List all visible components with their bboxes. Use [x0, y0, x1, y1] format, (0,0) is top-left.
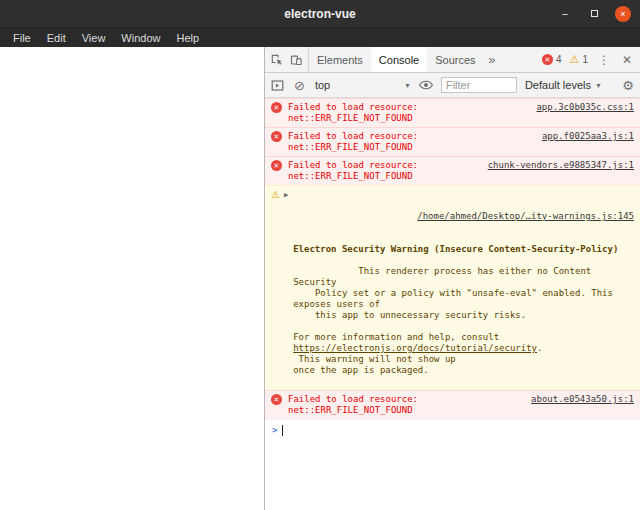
error-icon: ✕ — [271, 102, 282, 113]
warning-count-badge[interactable]: ⚠ 1 — [570, 54, 588, 65]
menu-edit[interactable]: Edit — [39, 32, 74, 44]
app-page-blank — [0, 47, 265, 510]
error-icon: ✕ — [271, 160, 282, 171]
maximize-button[interactable] — [586, 6, 602, 22]
console-log-area: ✕ Failed to load resource: net::ERR_FILE… — [265, 98, 640, 510]
devtools-close-button[interactable]: ✕ — [620, 53, 634, 67]
clear-console-icon[interactable]: ⊘ — [292, 78, 307, 93]
source-link[interactable]: about.e0543a50.js:1 — [531, 394, 634, 405]
more-tabs-button[interactable]: » — [484, 47, 501, 72]
devtools-tabbar: Elements Console Sources » ✕ 4 ⚠ 1 ⋮ ✕ — [265, 47, 640, 73]
error-count: 4 — [556, 54, 562, 65]
warning-body: This renderer process has either no Cont… — [293, 266, 618, 342]
log-levels-select[interactable]: Default levels ▼ — [525, 79, 602, 91]
console-error-row: ✕ Failed to load resource: net::ERR_FILE… — [265, 156, 640, 185]
error-message-text: Failed to load resource: net::ERR_FILE_N… — [288, 131, 534, 153]
devtools-menu-button[interactable]: ⋮ — [596, 53, 612, 67]
devtools-status-badges: ✕ 4 ⚠ 1 ⋮ ✕ — [542, 47, 640, 72]
source-link[interactable]: app.3c0b035c.css:1 — [536, 102, 634, 113]
filter-input[interactable] — [441, 77, 517, 93]
expand-arrow-icon[interactable]: ▶ — [284, 190, 288, 201]
window-content: Elements Console Sources » ✕ 4 ⚠ 1 ⋮ ✕ — [0, 47, 640, 510]
inspect-element-icon[interactable] — [271, 54, 283, 66]
source-link[interactable]: app.f0025aa3.js:1 — [542, 131, 634, 142]
chevron-down-icon: ▼ — [595, 82, 602, 89]
warning-message: /home/ahmed/Desktop/…ity-warnings.js:145… — [293, 189, 634, 387]
window-controls: − × — [557, 6, 640, 22]
security-doc-link[interactable]: https://electronjs.org/docs/tutorial/sec… — [293, 343, 537, 353]
error-icon: ✕ — [271, 394, 282, 405]
tab-console[interactable]: Console — [371, 47, 427, 72]
console-error-row: ✕ Failed to load resource: net::ERR_FILE… — [265, 390, 640, 419]
menubar: File Edit View Window Help — [0, 28, 640, 47]
chevron-down-icon: ▼ — [404, 82, 411, 89]
context-value: top — [315, 79, 330, 91]
console-settings-gear-icon[interactable]: ⚙ — [622, 78, 634, 93]
error-message-text: Failed to load resource: net::ERR_FILE_N… — [288, 394, 523, 416]
prompt-chevron-icon: > — [272, 425, 277, 436]
error-message-text: Failed to load resource: net::ERR_FILE_N… — [288, 160, 480, 182]
console-error-row: ✕ Failed to load resource: net::ERR_FILE… — [265, 127, 640, 156]
error-icon: ✕ — [271, 131, 282, 142]
javascript-context-select[interactable]: top ▼ — [315, 79, 411, 91]
minimize-button[interactable]: − — [557, 6, 573, 22]
console-warning-row: ⚠ ▶ /home/ahmed/Desktop/…ity-warnings.js… — [265, 185, 640, 390]
console-input[interactable]: > — [265, 419, 640, 441]
error-icon: ✕ — [542, 54, 553, 65]
close-button[interactable]: × — [615, 6, 631, 22]
eye-icon[interactable] — [419, 80, 433, 90]
console-sidebar-icon[interactable] — [271, 79, 284, 92]
error-count-badge[interactable]: ✕ 4 — [542, 54, 562, 65]
warning-count: 1 — [582, 54, 588, 65]
error-message-text: Failed to load resource: net::ERR_FILE_N… — [288, 102, 528, 124]
log-levels-value: Default levels — [525, 79, 591, 91]
menu-window[interactable]: Window — [113, 32, 168, 44]
maximize-icon — [591, 10, 598, 17]
warning-icon: ⚠ — [271, 189, 280, 200]
source-link[interactable]: chunk-vendors.e9885347.js:1 — [488, 160, 634, 171]
devtools-panel: Elements Console Sources » ✕ 4 ⚠ 1 ⋮ ✕ — [265, 47, 640, 510]
console-toolbar: ⊘ top ▼ Default levels ▼ ⚙ — [265, 73, 640, 98]
menu-help[interactable]: Help — [168, 32, 207, 44]
tab-sources[interactable]: Sources — [427, 47, 483, 72]
app-window: electron-vue − × File Edit View Window H… — [0, 0, 640, 510]
console-error-row: ✕ Failed to load resource: net::ERR_FILE… — [265, 98, 640, 127]
source-link[interactable]: /home/ahmed/Desktop/…ity-warnings.js:145 — [417, 211, 634, 221]
text-cursor — [282, 425, 283, 436]
warning-icon: ⚠ — [570, 54, 580, 65]
menu-file[interactable]: File — [5, 32, 39, 44]
titlebar: electron-vue − × — [0, 0, 640, 28]
tab-elements[interactable]: Elements — [309, 47, 371, 72]
devtools-main-icons — [265, 47, 309, 72]
menu-view[interactable]: View — [74, 32, 114, 44]
device-toolbar-icon[interactable] — [290, 54, 302, 66]
warning-title: Electron Security Warning (Insecure Cont… — [293, 244, 634, 255]
window-title: electron-vue — [0, 7, 640, 21]
